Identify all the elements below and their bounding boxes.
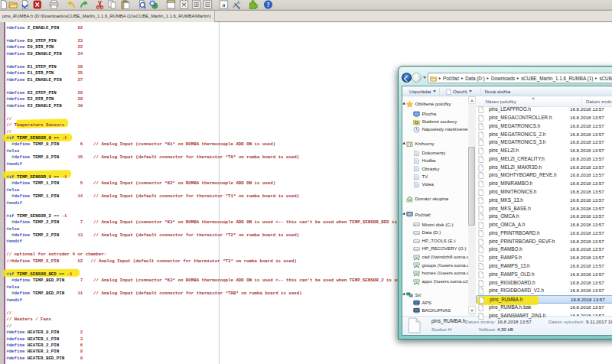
file-row-pins-mks-base-h[interactable]: pins_MKS_BASE.h16.8.2018 13:57 xyxy=(476,205,612,213)
file-date-modified: 16.8.2018 13:57 xyxy=(570,138,604,147)
command-bar-separator xyxy=(439,88,440,96)
sidebar-scrollbar[interactable] xyxy=(468,96,477,318)
file-row-pins-minirambo-h[interactable]: pins_MINIRAMBO.h16.8.2018 13:57 xyxy=(476,180,612,188)
cut-icon[interactable] xyxy=(95,0,105,9)
sidebar-item-dokumenty[interactable]: Dokumenty xyxy=(402,149,476,158)
address-bar[interactable]: ▸Počítač▸Data (D:)▸Downloads▸sCUBE_Marli… xyxy=(428,73,612,83)
sidebar-item-hp-tools-e[interactable]: HP_TOOLS (E:) xyxy=(402,237,476,245)
close-window-icon[interactable] xyxy=(179,0,189,9)
sidebar-group-po-ta-[interactable]: Počítač xyxy=(402,211,476,219)
sidebar-item-naposledy-nav-t-ven[interactable]: Naposledy navštívené xyxy=(402,125,476,134)
file-row-pins-minitronics-h[interactable]: pins_MINITRONICS.h16.8.2018 13:57 xyxy=(476,188,612,197)
tab-pins-rumba[interactable]: pins_RUMBA.h (D:\Downloads\sCUBE_Marlin_… xyxy=(0,11,215,22)
file-row-pins-leapfrog-h[interactable]: pins_LEAPFROG.h16.8.2018 13:57 xyxy=(476,106,612,114)
expand-collapse-icon[interactable] xyxy=(402,141,406,145)
back-button[interactable] xyxy=(402,73,412,83)
pc-icon xyxy=(413,300,420,307)
sidebar-item-homes-users-soma-cz[interactable]: homes (\\users.soma.cz) xyxy=(402,269,476,278)
file-row-pins-rumba-h[interactable]: pins_RUMBA.h16.8.2018 13:57 xyxy=(476,295,612,304)
file-row-pins-megatronics-2-h[interactable]: pins_MEGATRONICS_2.h16.8.2018 13:57 xyxy=(476,131,612,139)
homegroup-icon xyxy=(406,196,413,203)
expand-collapse-icon[interactable] xyxy=(402,102,406,106)
sidebar-item-cad-windchill-soma-cz[interactable]: cad (\\windchill.soma.cz) xyxy=(402,253,476,262)
file-row-pins-rumba-h-bak[interactable]: pins_RUMBA.h.bak16.8.2018 13:57 xyxy=(476,304,612,312)
breadcrumb-segment[interactable]: Downloads xyxy=(491,73,515,83)
file-row-pins-rigidboard-v2-h[interactable]: pins_RIGIDBOARD_V2.h16.8.2018 13:57 xyxy=(476,287,612,295)
sidebar-item-videa[interactable]: Videa xyxy=(402,180,476,189)
file-row-pins-megatronics-h[interactable]: pins_MEGATRONICS.h16.8.2018 13:57 xyxy=(476,122,612,131)
file-row-pins-printrboard-h[interactable]: pins_PRINTRBOARD.h16.8.2018 13:57 xyxy=(476,229,612,238)
file-name: pins_MEGATRONICS_3.h xyxy=(489,138,545,147)
file-row-pins-omca-h[interactable]: pins_OMCA.h16.8.2018 13:57 xyxy=(476,213,612,221)
minimize-window-icon[interactable] xyxy=(203,0,213,9)
sidebar-item-m-stn-disk-c[interactable]: Místní disk (C:) xyxy=(402,221,476,229)
sidebar-group-knihovny[interactable]: Knihovny xyxy=(402,140,476,148)
command-nov-slo-ka[interactable]: Nová složka xyxy=(485,86,511,96)
help-icon[interactable]: ? xyxy=(263,0,273,9)
file-row-pins-printrboard-revf-h[interactable]: pins_PRINTRBOARD_REVF.h16.8.2018 13:57 xyxy=(476,238,612,246)
svg-text:?: ? xyxy=(266,2,269,8)
split-window-icon[interactable] xyxy=(191,0,201,9)
save-file-icon[interactable] xyxy=(20,0,30,9)
sidebar-group-obl-ben-polo-ky[interactable]: Oblíbené položky xyxy=(402,100,476,109)
file-row-pins-omca-a-h[interactable]: pins_OMCA_A.h16.8.2018 13:57 xyxy=(476,221,612,229)
sidebar-item-obr-zky[interactable]: Obrázky xyxy=(402,165,476,174)
lib-icon xyxy=(413,158,420,164)
scroll-down-button[interactable] xyxy=(468,306,476,314)
open-folder-icon[interactable] xyxy=(8,0,18,9)
new-file-icon[interactable] xyxy=(0,0,8,9)
expand-collapse-icon[interactable] xyxy=(402,213,406,216)
recent-pages-dropdown-icon[interactable] xyxy=(423,76,426,79)
copy-icon[interactable] xyxy=(107,0,117,9)
print-icon[interactable] xyxy=(49,0,59,9)
sidebar-group-dom-c-skupina[interactable]: Domácí skupina xyxy=(402,195,476,203)
breadcrumb-segment[interactable]: Počítač xyxy=(443,73,459,83)
plugin-icon[interactable] xyxy=(248,0,258,9)
scrollbar-thumb[interactable] xyxy=(468,147,475,226)
sidebar-item-data-d[interactable]: Data (D:) xyxy=(402,229,476,237)
find-icon[interactable] xyxy=(137,0,147,9)
sidebar-item-hudba[interactable]: Hudba xyxy=(402,157,476,165)
sidebar-item-groups-users-soma-cz[interactable]: groups (\\users.soma.cz) xyxy=(402,262,476,270)
file-row-pins-mks-13-h[interactable]: pins_MKS_13.h16.8.2018 13:57 xyxy=(476,197,612,205)
expand-collapse-icon[interactable] xyxy=(402,293,406,297)
find-replace-icon[interactable] xyxy=(148,0,158,9)
file-row-pins-ramps-13-h[interactable]: pins_RAMPS_13.h16.8.2018 13:57 xyxy=(476,262,612,271)
settings-icon[interactable] xyxy=(231,0,241,9)
file-row-pins-ramps-h[interactable]: pins_RAMPS.h16.8.2018 13:57 xyxy=(476,254,612,262)
breadcrumb-segment[interactable]: Data (D:) xyxy=(465,73,485,83)
file-row-pins-megatronics-3-h[interactable]: pins_MEGATRONICS_3.h16.8.2018 13:57 xyxy=(476,138,612,147)
redo-icon[interactable] xyxy=(80,0,90,9)
file-row-pins-rigidboard-h[interactable]: pins_RIGIDBOARD.h16.8.2018 13:57 xyxy=(476,279,612,288)
file-row-pins-melzi-makr3d-h[interactable]: pins_MELZI_MAKR3D.h16.8.2018 13:57 xyxy=(476,164,612,172)
file-row-pins-ramps-old-h[interactable]: pins_RAMPS_OLD.h16.8.2018 13:57 xyxy=(476,271,612,279)
column-divider[interactable] xyxy=(581,98,582,106)
sidebar-item-tv[interactable]: TV xyxy=(402,173,476,181)
undo-icon[interactable] xyxy=(66,0,76,9)
font-icon[interactable]: a xyxy=(219,0,229,9)
sidebar-item-plocha[interactable]: Plocha xyxy=(402,110,476,119)
file-name: pins_MKS_BASE.h xyxy=(489,205,531,213)
file-row-pins-mightyboard-reve-h[interactable]: pins_MIGHTYBOARD_REVE.h16.8.2018 13:57 xyxy=(476,171,612,180)
sidebar-group-s-[interactable]: Síť xyxy=(402,291,476,300)
file-row-pins-megacontroller-h[interactable]: pins_MEGACONTROLLER.h16.8.2018 13:57 xyxy=(476,114,612,122)
sidebar-item-backupnas[interactable]: BACKUPNAS xyxy=(402,307,476,315)
sidebar-group-label: Síť xyxy=(415,291,422,300)
breadcrumb-segment[interactable]: sCUBE_Marlin_1.1.6_RUMBA xyxy=(599,73,612,83)
new-window-icon[interactable] xyxy=(166,0,176,9)
paste-icon[interactable] xyxy=(120,0,130,9)
breadcrumb-segment[interactable]: sCUBE_Marlin_1.1.6_RUMBA (1) xyxy=(521,73,593,83)
file-date-modified: 16.8.2018 13:57 xyxy=(570,180,604,188)
file-row-pins-melzi-creality-h[interactable]: pins_MELZI_CREALITY.h16.8.2018 13:57 xyxy=(476,155,612,164)
sidebar-item-sta-en-soubory[interactable]: Stažené soubory xyxy=(402,118,476,126)
sidebar-item-hp-recovery-g[interactable]: HP_RECOVERY (G:) xyxy=(402,245,476,253)
file-row-pins-rambo-h[interactable]: pins_RAMBO.h16.8.2018 13:57 xyxy=(476,245,612,254)
command-otev-t[interactable]: Otevřít xyxy=(446,86,472,96)
file-row-pins-melzi-h[interactable]: pins_MELZI.h16.8.2018 13:57 xyxy=(476,147,612,155)
close-file-icon[interactable] xyxy=(32,0,42,9)
sidebar-item-aps[interactable]: APS xyxy=(402,299,476,307)
scroll-up-button[interactable] xyxy=(468,96,476,104)
code-line: #define TEMP_0_PIN 15 // Analog Input (d… xyxy=(6,154,412,161)
command-uspo-dat[interactable]: Uspořádat xyxy=(409,86,436,96)
sidebar-item-apps-users-soma-cz-z[interactable]: apps (\\users.soma.cz) (Z xyxy=(402,278,476,286)
